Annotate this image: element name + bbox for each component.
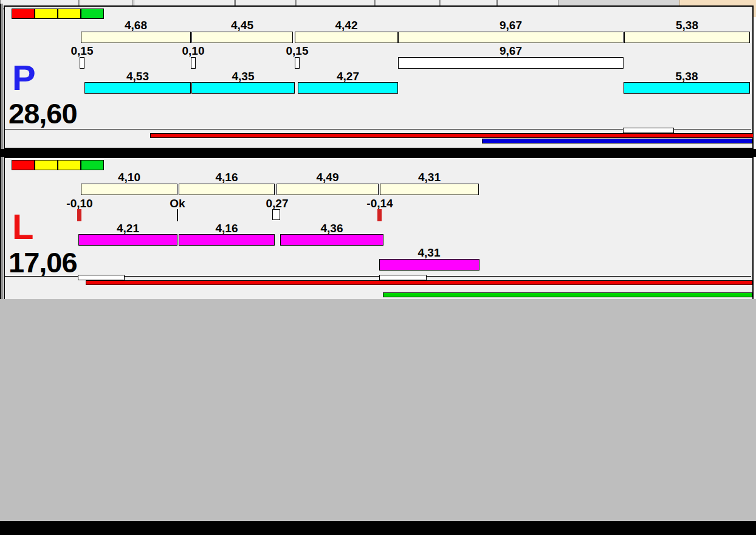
split-time-bar [624,32,750,43]
run-time-bar [624,82,750,94]
run-time-bar [179,234,275,246]
split-time-bar [81,32,191,43]
changeover-label: 9,67 [398,44,624,58]
split-time-label: 4,49 [277,171,379,184]
changeover-label: -0,14 [362,197,398,210]
changeover-tick [272,209,280,220]
run-time-label: 4,27 [298,70,398,83]
traffic-light-green [81,160,104,170]
traffic-light-green [81,9,104,19]
panel-separator [0,149,756,157]
split-time-bar [398,32,624,43]
split-time-label: 5,38 [624,19,750,32]
split-time-label: 4,16 [179,171,275,184]
changeover-tick [191,57,196,69]
changeover-tick-ok [177,209,178,221]
lane-letter: L [12,209,33,244]
results-section: Akela Bordier Franklin - Dash - Pötyi - … [0,299,756,522]
run-time-bar [191,82,295,94]
split-time-bar [81,184,177,195]
progress-marker-box [379,275,427,280]
changeover-tick [80,57,84,69]
lane-total-time: 28,60 [9,99,77,128]
run-time-bar [298,82,398,94]
run-time-label: 4,53 [84,70,191,83]
split-time-bar [179,184,275,195]
changeover-label: 0,15 [279,44,315,58]
race-progress-green [383,292,752,297]
progress-marker-box [623,128,674,133]
split-time-label: 4,45 [191,19,293,32]
run-time-bar [84,82,191,94]
split-time-label: 4,10 [81,171,177,184]
race-progress-red [86,280,752,285]
run-time-bar [280,234,383,246]
race-progress-red [150,133,754,138]
split-time-bar [380,184,479,195]
lane-l-panel: 4,10 4,16 4,49 4,31 -0,10 Ok 0,27 -0,14 … [4,157,754,300]
lane-letter: P [12,60,36,95]
lane-total-time: 17,06 [9,248,77,277]
changeover-label: 0,15 [64,44,100,58]
run-time-label: 4,35 [191,70,295,83]
split-time-bar [191,32,293,43]
run-time-label: 4,36 [280,222,383,235]
split-time-label: 4,31 [380,171,479,184]
race-progress-blue [482,139,752,143]
changeover-label: 0,27 [259,197,295,210]
changeover-label: Ok [159,197,196,210]
changeover-label: -0,10 [61,197,98,210]
split-time-label: 4,68 [81,19,191,32]
progress-marker-box [78,275,125,280]
changeover-bar [398,57,624,69]
traffic-light-red [12,160,35,170]
split-time-label: 9,67 [398,19,624,32]
split-time-bar [295,32,398,43]
bottom-bar [0,521,756,535]
run-time-label: 4,31 [374,246,484,260]
run-time-label: 5,38 [624,70,750,83]
changeover-tick [295,57,300,69]
run-time-bar [78,234,177,246]
traffic-light-yellow [58,160,81,170]
split-time-bar [277,184,379,195]
changeover-label: 0,10 [175,44,211,58]
run-time-label: 4,21 [78,222,177,235]
traffic-light-yellow [35,160,58,170]
split-time-label: 4,42 [295,19,398,32]
changeover-tick-fault [377,209,382,221]
traffic-light-yellow [58,9,81,19]
traffic-light-red [12,9,35,19]
run-time-bar-current [379,259,479,271]
timing-scoreboard-window: 4,68 4,45 4,42 9,67 5,38 0,15 0,10 0,15 … [0,0,756,535]
traffic-light-yellow [35,9,58,19]
lane-p-panel: 4,68 4,45 4,42 9,67 5,38 0,15 0,10 0,15 … [4,5,754,149]
changeover-tick-fault [77,209,81,221]
run-time-label: 4,16 [179,222,275,235]
